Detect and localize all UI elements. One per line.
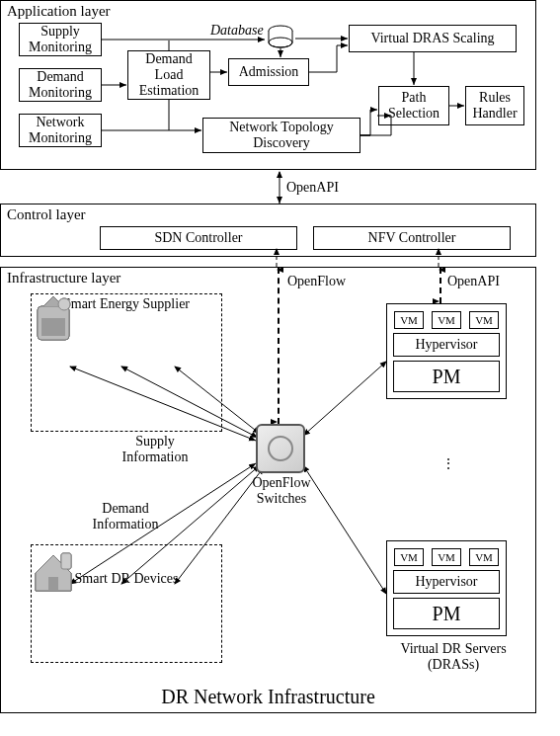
dr-server-1: VM VM VM Hypervisor PM	[386, 303, 507, 399]
svg-rect-42	[61, 553, 71, 569]
demand-information-label: Demand Information	[76, 501, 175, 532]
svg-rect-33	[41, 318, 65, 336]
openflow-label: OpenFlow	[287, 274, 346, 289]
smart-energy-supplier-label: Smart Energy Supplier	[32, 296, 221, 312]
openapi-link	[440, 268, 441, 303]
hypervisor-box: Hypervisor	[393, 570, 500, 594]
supply-information-label: Supply Information	[106, 434, 204, 465]
rules-handler-box: Rules Handler	[465, 86, 524, 125]
openapi-label-top: OpenAPI	[286, 180, 339, 196]
openapi-label-bottom: OpenAPI	[447, 274, 500, 289]
vm-box: VM	[432, 311, 461, 329]
control-layer: Control layer SDN Controller NFV Control…	[0, 204, 536, 257]
svg-line-30	[303, 362, 386, 436]
infrastructure-layer-title: Infrastructure layer	[7, 270, 120, 286]
path-selection-box: Path Selection	[378, 86, 449, 125]
application-layer-title: Application layer	[7, 3, 111, 20]
openflow-switch-icon	[256, 424, 305, 473]
svg-rect-46	[61, 553, 71, 569]
virtual-dr-servers-label: Virtual DR Servers (DRASs)	[384, 641, 522, 673]
smart-dr-devices-label: Smart DR Devices	[32, 571, 221, 587]
svg-rect-36	[41, 318, 65, 336]
vm-box: VM	[469, 548, 499, 566]
supply-monitoring-box: Supply Monitoring	[19, 23, 102, 56]
smart-dr-devices-group: Smart DR Devices	[31, 544, 222, 663]
demand-monitoring-box: Demand Monitoring	[19, 68, 102, 102]
openflow-link	[278, 268, 280, 424]
dr-server-2: VM VM VM Hypervisor PM	[386, 540, 507, 636]
demand-load-estimation-box: Demand Load Estimation	[127, 50, 210, 100]
control-layer-title: Control layer	[7, 206, 86, 223]
hypervisor-box: Hypervisor	[393, 333, 500, 357]
openflow-switches-label: OpenFlow Switches	[242, 475, 321, 507]
virtual-dras-scaling-box: Virtual DRAS Scaling	[349, 25, 517, 52]
nfv-controller-box: NFV Controller	[313, 226, 511, 250]
pm-box: PM	[393, 361, 500, 392]
admission-box: Admission	[228, 58, 309, 86]
vm-box: VM	[432, 548, 461, 566]
svg-rect-39	[41, 318, 65, 336]
network-monitoring-box: Network Monitoring	[19, 114, 102, 147]
smart-energy-supplier-group: Smart Energy Supplier	[31, 293, 222, 432]
infrastructure-title: DR Network Infrastructure	[1, 686, 535, 708]
network-topology-discovery-box: Network Topology Discovery	[202, 118, 360, 153]
vdots-icon: ⋮	[441, 455, 455, 472]
sdn-controller-box: SDN Controller	[100, 226, 297, 250]
svg-point-1	[269, 38, 292, 47]
infrastructure-layer: Infrastructure layer OpenFlow OpenAPI	[0, 267, 536, 713]
database-label: Database	[210, 23, 264, 39]
svg-rect-44	[61, 553, 71, 569]
application-layer: Application layer Supply Monitoring Dema…	[0, 0, 536, 170]
vm-box: VM	[394, 548, 424, 566]
vm-box: VM	[469, 311, 499, 329]
svg-point-0	[269, 26, 292, 36]
pm-box: PM	[393, 598, 500, 629]
vm-box: VM	[394, 311, 424, 329]
